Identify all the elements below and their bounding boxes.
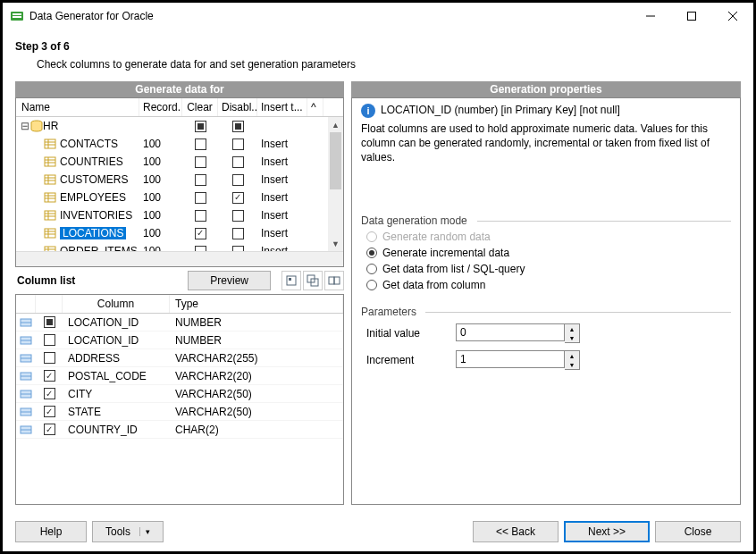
back-button[interactable]: << Back bbox=[473, 521, 559, 542]
tree-root[interactable]: ⊟ HR bbox=[16, 117, 343, 135]
checkbox[interactable] bbox=[44, 334, 55, 346]
radio-icon[interactable] bbox=[366, 280, 377, 290]
checkbox[interactable] bbox=[195, 156, 206, 168]
close-footer-button[interactable]: Close bbox=[655, 521, 741, 542]
checkbox[interactable] bbox=[232, 156, 244, 168]
checkbox[interactable] bbox=[44, 388, 55, 399]
toolbar-icon-2[interactable] bbox=[303, 271, 323, 290]
column-row[interactable]: LOCATION_ID NUMBER bbox=[16, 314, 343, 332]
tree-row[interactable]: CUSTOMERS 100 Insert bbox=[16, 171, 343, 189]
insert-cell[interactable]: Insert bbox=[257, 173, 307, 186]
checkbox[interactable] bbox=[44, 316, 55, 328]
info-title: LOCATION_ID (number) [in Primary Key] [n… bbox=[381, 104, 620, 116]
scroll-down-icon[interactable]: ▼ bbox=[328, 236, 343, 251]
checkbox[interactable] bbox=[195, 210, 206, 222]
th-type[interactable]: Type bbox=[170, 295, 343, 313]
collapse-icon[interactable]: ⊟ bbox=[20, 120, 30, 132]
spin-down-icon[interactable]: ▼ bbox=[565, 333, 579, 342]
records-cell[interactable]: 100 bbox=[139, 173, 182, 186]
increment-input[interactable] bbox=[456, 350, 565, 368]
checkbox[interactable] bbox=[195, 174, 206, 186]
database-icon bbox=[30, 120, 43, 132]
tree-row[interactable]: ORDER_ITEMS 100 Insert bbox=[16, 242, 343, 251]
checkbox[interactable] bbox=[232, 138, 244, 150]
tools-button[interactable]: Tools ▾ bbox=[92, 521, 164, 542]
th-insert[interactable]: Insert t... bbox=[257, 98, 307, 116]
insert-cell[interactable]: Insert bbox=[257, 191, 307, 204]
radio-icon[interactable] bbox=[366, 248, 377, 258]
checkbox[interactable] bbox=[232, 121, 244, 132]
help-button[interactable]: Help bbox=[15, 521, 87, 542]
records-cell[interactable]: 100 bbox=[139, 138, 182, 150]
preview-button[interactable]: Preview bbox=[188, 271, 271, 290]
checkbox[interactable] bbox=[232, 192, 244, 204]
checkbox[interactable] bbox=[195, 246, 206, 252]
records-cell[interactable]: 100 bbox=[139, 209, 182, 222]
tree-row[interactable]: CONTACTS 100 Insert bbox=[16, 135, 343, 153]
checkbox[interactable] bbox=[195, 121, 206, 132]
checkbox[interactable] bbox=[44, 406, 55, 417]
column-row[interactable]: POSTAL_CODE VARCHAR2(20) bbox=[16, 367, 343, 385]
table-icon bbox=[43, 244, 57, 251]
close-button[interactable] bbox=[712, 3, 753, 29]
insert-cell[interactable]: Insert bbox=[257, 245, 307, 251]
info-description: Float columns are used to hold approxima… bbox=[361, 122, 731, 165]
checkbox[interactable] bbox=[195, 138, 206, 150]
radio-column[interactable]: Get data from column bbox=[361, 277, 731, 293]
column-row[interactable]: STATE VARCHAR2(50) bbox=[16, 403, 343, 421]
minimize-button[interactable] bbox=[630, 3, 671, 29]
checkbox[interactable] bbox=[195, 192, 206, 204]
scroll-up-icon[interactable]: ▲ bbox=[328, 117, 343, 132]
insert-cell[interactable]: Insert bbox=[257, 138, 307, 150]
checkbox[interactable] bbox=[232, 210, 244, 222]
spin-up-icon[interactable]: ▲ bbox=[565, 351, 579, 360]
spin-up-icon[interactable]: ▲ bbox=[565, 324, 579, 333]
tree-row[interactable]: EMPLOYEES 100 Insert bbox=[16, 189, 343, 206]
next-button[interactable]: Next >> bbox=[564, 521, 650, 542]
records-cell[interactable]: 100 bbox=[139, 155, 182, 168]
radio-list[interactable]: Get data from list / SQL-query bbox=[361, 261, 731, 277]
th-clear[interactable]: Clear bbox=[182, 98, 218, 116]
radio-icon[interactable] bbox=[366, 264, 377, 274]
column-row[interactable]: ADDRESS VARCHAR2(255) bbox=[16, 349, 343, 367]
checkbox[interactable] bbox=[232, 228, 244, 239]
chevron-down-icon[interactable]: ▾ bbox=[139, 527, 150, 536]
records-cell[interactable]: 100 bbox=[139, 227, 182, 239]
column-icon bbox=[20, 406, 32, 418]
scroll-thumb[interactable] bbox=[330, 132, 341, 189]
column-row[interactable]: CITY VARCHAR2(50) bbox=[16, 385, 343, 403]
insert-cell[interactable]: Insert bbox=[257, 209, 307, 222]
toolbar-icon-3[interactable] bbox=[324, 271, 344, 290]
records-cell[interactable]: 100 bbox=[139, 191, 182, 204]
tree-row[interactable]: INVENTORIES 100 Insert bbox=[16, 206, 343, 224]
th-records[interactable]: Record... bbox=[139, 98, 182, 116]
th-column[interactable]: Column bbox=[63, 295, 170, 313]
maximize-button[interactable] bbox=[671, 3, 712, 29]
column-row[interactable]: LOCATION_ID NUMBER bbox=[16, 332, 343, 349]
tables-tree: Name Record... Clear Disabl... Insert t.… bbox=[15, 97, 344, 267]
initial-value-input[interactable] bbox=[456, 323, 565, 341]
checkbox[interactable] bbox=[44, 352, 55, 364]
table-name: LOCATIONS bbox=[60, 227, 126, 239]
toolbar-icon-1[interactable] bbox=[281, 271, 301, 290]
tree-row[interactable]: COUNTRIES 100 Insert bbox=[16, 153, 343, 171]
checkbox[interactable] bbox=[195, 228, 206, 239]
records-cell[interactable]: 100 bbox=[139, 245, 182, 251]
radio-incremental[interactable]: Generate incremental data bbox=[361, 245, 731, 261]
svg-rect-20 bbox=[45, 193, 55, 202]
tree-scrollbar[interactable]: ▲ ▼ bbox=[328, 117, 343, 251]
checkbox[interactable] bbox=[232, 174, 244, 186]
svg-rect-8 bbox=[45, 139, 55, 148]
checkbox[interactable] bbox=[44, 424, 55, 435]
th-name[interactable]: Name bbox=[16, 98, 139, 116]
spin-down-icon[interactable]: ▼ bbox=[565, 360, 579, 369]
insert-cell[interactable]: Insert bbox=[257, 227, 307, 239]
checkbox[interactable] bbox=[232, 246, 244, 252]
th-disable[interactable]: Disabl... bbox=[218, 98, 257, 116]
column-name: LOCATION_ID bbox=[63, 316, 170, 329]
checkbox[interactable] bbox=[44, 370, 55, 382]
tree-scrollbar-h[interactable] bbox=[16, 251, 343, 266]
column-row[interactable]: COUNTRY_ID CHAR(2) bbox=[16, 421, 343, 439]
insert-cell[interactable]: Insert bbox=[257, 155, 307, 168]
tree-row[interactable]: LOCATIONS 100 Insert bbox=[16, 224, 343, 242]
